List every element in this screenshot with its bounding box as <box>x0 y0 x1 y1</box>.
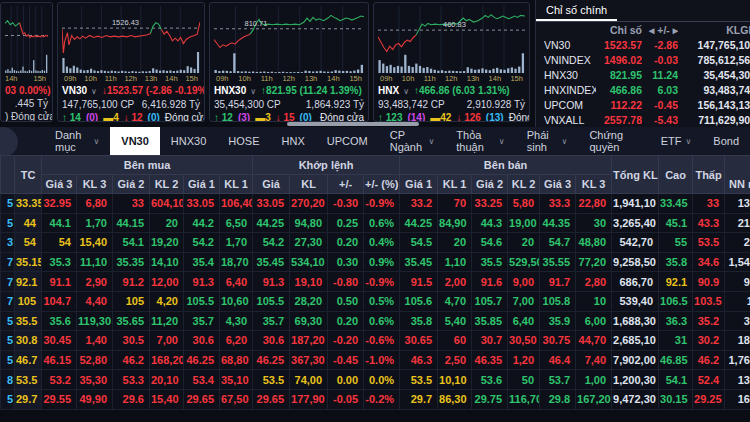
stock-row[interactable]: 735.1535.311,1035.3514,1035.418,7035.455… <box>1 252 750 272</box>
price-cell: 180, <box>725 331 750 351</box>
price-cell: 1,10 <box>438 252 472 272</box>
price-cell: 604,10 <box>150 194 184 214</box>
price-cell: 44 <box>15 213 42 233</box>
sub-col-header[interactable]: Giá 1 <box>400 175 438 194</box>
stock-row[interactable]: 3545415,4054.119,2054.21,7054.227,300.20… <box>1 233 750 253</box>
price-cell: 30.5 <box>113 331 150 351</box>
sub-col-header[interactable]: Giá 3 <box>540 175 576 194</box>
price-cell: 54.5 <box>400 233 438 253</box>
time-tick: 14h <box>5 74 18 84</box>
stock-row[interactable]: 792.191.12,9091.212,0091.36,4091.319,10-… <box>1 272 750 292</box>
price-cell: 46.15 <box>42 350 77 370</box>
index-volume-row: 35,454,300 CP1,864.923 Tỷ <box>214 98 364 111</box>
sub-col-header[interactable]: KL 3 <box>576 175 612 194</box>
index-panel-hnx30[interactable]: 810.7109h10h11h12h13h14h15hHNX30∨↑821.95… <box>209 2 369 122</box>
nav-tab-label: Danh mục <box>55 129 89 153</box>
tc-header[interactable]: TC <box>15 156 42 194</box>
nav-tab-etf[interactable]: ETF∨ <box>650 127 703 155</box>
sub-col-header[interactable]: KL <box>290 175 328 194</box>
sub-col-header[interactable]: KL 1 <box>438 175 472 194</box>
price-cell: 6,80 <box>77 194 113 214</box>
ceiling-count: (14) <box>407 111 425 122</box>
sub-col-header[interactable]: KL 2 <box>508 175 540 194</box>
stock-row[interactable]: 529.729.5549,9029.615,4029.6567,5029.651… <box>1 389 750 409</box>
price-cell: 4,30 <box>220 311 253 331</box>
low-header[interactable]: Thấp <box>693 156 725 194</box>
price-cell: 44.3 <box>472 213 508 233</box>
indices-table-row[interactable]: VNXALL2557.78-5.43711,629,90822,883 <box>536 112 750 127</box>
stock-row[interactable]: 533.3532.956,8033604,1033.05106,4033.052… <box>1 194 750 214</box>
stock-row[interactable]: 853.553.235,3053.320,1053.435,1053.574,0… <box>1 370 750 390</box>
nav-tab-cp-ngành[interactable]: CP Ngành∨ <box>379 127 446 155</box>
price-cell: 49,90 <box>77 389 113 409</box>
sparkline-svg <box>5 6 48 73</box>
sub-col-header[interactable]: KL 2 <box>150 175 184 194</box>
price-cell: 29.7 <box>400 389 438 409</box>
nav-tab-danh-mục[interactable]: Danh mục∨ <box>44 127 110 155</box>
price-cell: 36.3 <box>659 311 693 331</box>
panels-scrollbar[interactable] <box>287 122 419 126</box>
index-strip: 14h15h03 0.00%).445 Tỷ) Đóng cửa1526.430… <box>0 0 750 127</box>
nav-tab-hnx30[interactable]: HNX30 <box>160 127 217 155</box>
price-cell: 105.5 <box>184 291 220 311</box>
indices-table-row[interactable]: HNX30821.9511.2435,454,3001,864.9 <box>536 67 750 82</box>
nav-tab-thỏa-thuận[interactable]: Thỏa thuận∨ <box>445 127 515 155</box>
decliners-count: ↓ 126 <box>456 111 480 122</box>
stock-row[interactable]: 54444.11,7044.152044.26,5044.2594,800.25… <box>1 213 750 233</box>
indices-table-row[interactable]: HNXINDEX466.866.0393,483,7422,910.9 <box>536 82 750 97</box>
price-cell: 44,70 <box>576 331 612 351</box>
nav-logo-circle[interactable] <box>0 127 18 155</box>
indices-table-row[interactable]: VNINDEX1496.02-0.03785,612,56622,867. <box>536 52 750 67</box>
sub-col-header[interactable]: KL 1 <box>220 175 253 194</box>
price-cell: 48,80 <box>576 233 612 253</box>
price-cell: 5 <box>1 389 15 409</box>
stock-row[interactable]: 535.535.6119,3035.6511,2035.74,3035.769,… <box>1 311 750 331</box>
nav-tab-bond[interactable]: Bond <box>702 127 750 155</box>
price-cell: 86,30 <box>438 389 472 409</box>
nav-tab-chứng-quyền[interactable]: Chứng quyền <box>578 127 649 155</box>
chevron-down-icon[interactable]: ∨ <box>91 87 97 96</box>
price-cell: 30.75 <box>540 331 576 351</box>
chevron-down-icon[interactable]: ∨ <box>403 87 409 96</box>
sub-col-header[interactable]: Giá 2 <box>113 175 150 194</box>
index-panel-hnx[interactable]: 460.8309h10h11h12h13h14h15hHNX∨↑466.86 (… <box>373 2 530 122</box>
sub-col-header[interactable]: +/- <box>328 175 364 194</box>
nav-tab-hose[interactable]: HOSE <box>217 127 270 155</box>
sub-col-header[interactable]: Giá 1 <box>184 175 220 194</box>
tab-chi-so-chinh[interactable]: Chỉ số chính <box>536 0 617 21</box>
chevron-down-icon[interactable]: ∨ <box>250 87 256 96</box>
index-panel[interactable]: 14h15h03 0.00%).445 Tỷ) Đóng cửa <box>0 2 53 122</box>
nav-tab-upcom[interactable]: UPCOM <box>316 127 379 155</box>
index-panel-vn30[interactable]: 1526.4309h10h11h12h13h14h15hVN30∨↓1523.5… <box>57 2 205 122</box>
price-cell: 10,60 <box>220 291 253 311</box>
price-cell: -0.45 <box>328 350 364 370</box>
sub-col-header[interactable]: Giá 2 <box>472 175 508 194</box>
indices-col-header: KLGD <box>678 24 750 36</box>
price-cell: 46.4 <box>540 350 576 370</box>
price-cell: 4,40 <box>77 291 113 311</box>
nav-tab-vn30[interactable]: VN30 <box>110 127 160 155</box>
price-cell: 35.5 <box>15 311 42 331</box>
total-value: 1,864.923 Tỷ <box>306 98 364 111</box>
price-cell: 91.2 <box>113 272 150 292</box>
sub-col-header[interactable]: Giá 3 <box>42 175 77 194</box>
sub-col-header[interactable]: Giá <box>253 175 290 194</box>
index-name: HNX <box>378 85 399 96</box>
unchanged-count: ▬3 <box>255 111 271 122</box>
nav-tab-hnx[interactable]: HNX <box>271 127 316 155</box>
index-title-row: VN30∨↓1523.57 (-2.86 -0.19%) <box>62 84 200 98</box>
foreign-buy-header[interactable]: NN m <box>725 156 750 194</box>
indices-table-row[interactable]: UPCOM112.22-0.45156,143,1381,726. <box>536 97 750 112</box>
index-row-name: HNXINDEX <box>536 84 596 96</box>
sub-col-header[interactable]: KL 3 <box>77 175 113 194</box>
high-header[interactable]: Cao <box>659 156 693 194</box>
nav-tab-phái-sinh[interactable]: Phái sinh∨ <box>516 127 579 155</box>
stock-row[interactable]: 530.830.451,4030.57,0030.66,2030.6187,20… <box>1 331 750 351</box>
stock-row[interactable]: 546.746.1552,8046.2168,2046.2568,8046.25… <box>1 350 750 370</box>
total-volume-header[interactable]: Tổng KL <box>612 156 659 194</box>
stock-row[interactable]: 7105104.74,401054,20105.510,60105.528,20… <box>1 291 750 311</box>
indices-table-row[interactable]: VN301523.57-2.86147,765,1006,416.9 <box>536 37 750 52</box>
sub-col-header[interactable]: +/- (%) <box>364 175 400 194</box>
price-cell: 4,70 <box>438 291 472 311</box>
price-cell: -0.2% <box>364 389 400 409</box>
